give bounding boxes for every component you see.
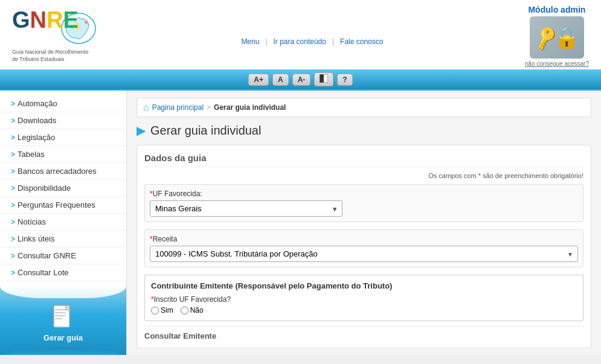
header-nav-links: Menu | Ir para conteúdo | Fale conosco: [241, 37, 383, 46]
font-normal-button[interactable]: A: [272, 74, 289, 86]
home-icon: ⌂: [143, 102, 149, 113]
menu-link[interactable]: Menu: [241, 37, 259, 46]
receita-select[interactable]: 100099 - ICMS Subst. Tributária por Oper…: [150, 246, 578, 262]
breadcrumb: ⌂ Pagina principal > Gerar guia individu…: [137, 98, 591, 117]
page-title-row: ▶ Gerar guia individual: [137, 123, 591, 138]
sidebar-item-tabelas[interactable]: Tabelas: [0, 146, 126, 163]
accessibility-bar: A+ A A- ?: [0, 69, 601, 89]
sidebar: Automação Downloads Legislação Tabelas B…: [0, 91, 127, 355]
main-layout: Automação Downloads Legislação Tabelas B…: [0, 91, 601, 355]
module-admin-link[interactable]: não consegue acessar?: [525, 60, 589, 67]
page-title: Gerar guia individual: [150, 124, 261, 138]
svg-rect-8: [55, 315, 66, 316]
sidebar-item-downloads[interactable]: Downloads: [0, 112, 126, 129]
uf-select[interactable]: Minas Gerais: [150, 200, 342, 217]
sidebar-item-noticias[interactable]: Notícias: [0, 214, 126, 231]
sidebar-item-links[interactable]: Links úteis: [0, 231, 126, 247]
sidebar-item-consultar-lote[interactable]: Consultar Lote: [0, 264, 126, 281]
breadcrumb-home-link[interactable]: Pagina principal: [152, 103, 204, 112]
header-center: Menu | Ir para conteúdo | Fale conosco: [241, 27, 383, 46]
inscrito-nao-radio[interactable]: [181, 307, 188, 315]
sidebar-item-consultar-gnre[interactable]: Consultar GNRE: [0, 247, 126, 264]
svg-rect-6: [55, 309, 66, 310]
card-title: Dados da guia: [144, 153, 583, 167]
uf-field-group: *UF Favorecida: Minas Gerais ▼: [144, 184, 583, 222]
help-button[interactable]: ?: [337, 74, 352, 86]
receita-field-group: *Receita 100099 - ICMS Subst. Tributária…: [144, 229, 583, 267]
font-increase-button[interactable]: A+: [248, 74, 269, 86]
inscrito-nao-label[interactable]: Não: [181, 306, 204, 315]
font-decrease-button[interactable]: A-: [292, 74, 311, 86]
consultar-emitente-title: Consultar Emitente: [144, 331, 583, 340]
gerar-guia-label: Gerar guia: [43, 333, 83, 342]
receita-label: *Receita: [150, 235, 578, 243]
logo-subtitle: Guia Nacional de Recolhimento de Tributo…: [12, 49, 100, 63]
sidebar-bottom-wave: Gerar guia: [0, 286, 126, 355]
module-admin-label: Módulo admin: [525, 5, 589, 14]
logo-block: GNRE Guia Nacional de Recolhimento de Tr…: [12, 8, 100, 63]
document-icon: [53, 304, 74, 331]
sidebar-menu: Automação Downloads Legislação Tabelas B…: [0, 91, 126, 286]
module-admin-icon[interactable]: 🔑 🔒: [530, 16, 584, 59]
inscrito-label: *Inscrito UF Favorecida?: [151, 295, 577, 304]
content-link[interactable]: Ir para conteúdo: [274, 37, 326, 46]
svg-rect-3: [324, 74, 328, 83]
required-note: Os campos com * são de preenchimento obr…: [144, 172, 583, 179]
sidebar-item-automacao[interactable]: Automação: [0, 95, 126, 112]
inscrito-sim-label[interactable]: Sim: [151, 306, 173, 315]
module-admin: Módulo admin 🔑 🔒 não consegue acessar?: [525, 5, 589, 67]
inscrito-radio-group: Sim Não: [151, 306, 577, 315]
content-area: ⌂ Pagina principal > Gerar guia individu…: [127, 91, 601, 355]
sidebar-item-disponibilidade[interactable]: Disponibilidade: [0, 180, 126, 197]
uf-label: *UF Favorecida:: [150, 190, 578, 198]
gerar-guia-button[interactable]: Gerar guia: [0, 298, 126, 347]
uf-select-wrapper: Minas Gerais ▼: [150, 200, 342, 217]
contact-link[interactable]: Fale conosco: [340, 37, 383, 46]
svg-rect-2: [320, 74, 324, 83]
header: GNRE Guia Nacional de Recolhimento de Tr…: [0, 0, 601, 91]
page-title-icon: ▶: [137, 123, 146, 138]
dados-da-guia-card: Dados da guia Os campos com * são de pre…: [137, 145, 591, 348]
consultar-emitente-section: Consultar Emitente: [144, 326, 583, 340]
svg-rect-9: [55, 318, 62, 319]
inscrito-sim-radio[interactable]: [151, 307, 159, 315]
svg-point-1: [85, 21, 88, 24]
sidebar-item-bancos[interactable]: Bancos arrecadadores: [0, 163, 126, 180]
contribuinte-section: Contribuinte Emitente (Responsável pelo …: [144, 275, 583, 321]
sidebar-item-legislacao[interactable]: Legislação: [0, 129, 126, 146]
svg-rect-7: [55, 312, 66, 313]
logo-text: GNRE: [12, 8, 60, 31]
receita-select-wrapper: 100099 - ICMS Subst. Tributária por Oper…: [150, 246, 578, 262]
sidebar-item-faq[interactable]: Perguntas Frequentes: [0, 197, 126, 214]
contribuinte-title: Contribuinte Emitente (Responsável pelo …: [151, 281, 577, 290]
contrast-button[interactable]: [314, 72, 333, 86]
